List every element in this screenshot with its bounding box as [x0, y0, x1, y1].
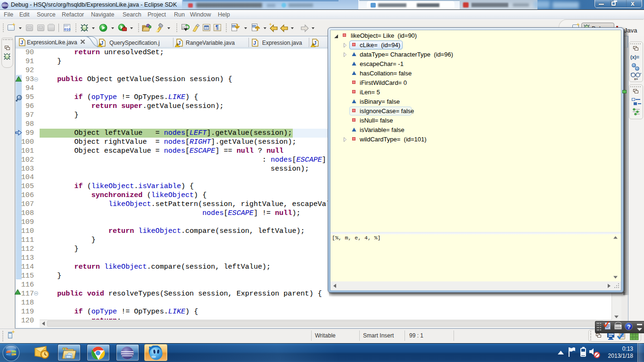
svg-text:J: J: [253, 40, 256, 46]
svg-text:x=: x=: [634, 77, 638, 81]
svg-text:J: J: [20, 40, 23, 45]
